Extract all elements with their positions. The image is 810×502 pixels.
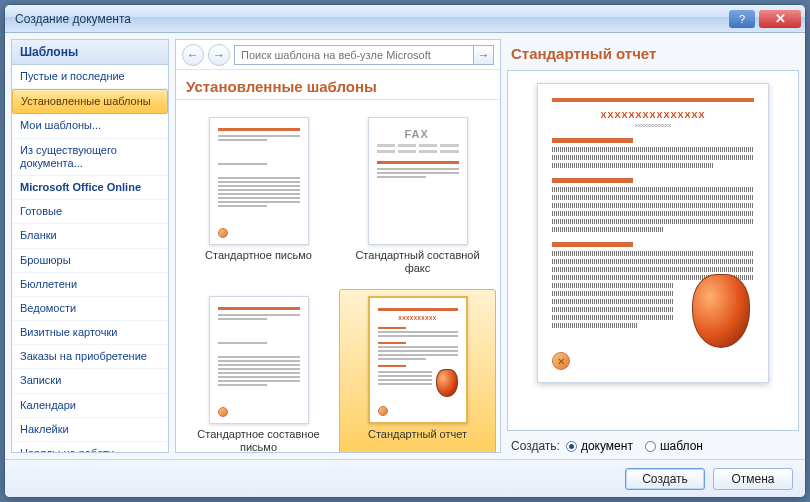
panel-title: Установленные шаблоны [176, 70, 500, 100]
radio-icon [566, 441, 577, 452]
preview-subheading: xxxxxxxxxxxx [552, 122, 754, 128]
flower-icon [692, 274, 750, 348]
window-title: Создание документа [15, 12, 729, 26]
radio-icon [645, 441, 656, 452]
close-button[interactable]: ✕ [759, 10, 801, 28]
template-item[interactable]: XXXXXXXXXXСтандартный отчет [339, 289, 496, 452]
help-button[interactable]: ? [729, 10, 755, 28]
dialog-footer: Создать Отмена [5, 459, 805, 497]
preview-title: Стандартный отчет [507, 39, 799, 70]
search-input[interactable] [234, 45, 474, 65]
nav-back-button[interactable]: ← [182, 44, 204, 66]
dialog-window: Создание документа ? ✕ Шаблоны Пустые и … [4, 4, 806, 498]
preview-heading: XXXXXXXXXXXXXXX [552, 110, 754, 120]
sidebar-item-list[interactable]: Пустые и последниеУстановленные шаблоныМ… [12, 65, 168, 452]
dialog-body: Шаблоны Пустые и последниеУстановленные … [5, 33, 805, 459]
preview-box: XXXXXXXXXXXXXXX xxxxxxxxxxxx ✕ [507, 70, 799, 431]
preview-document: XXXXXXXXXXXXXXX xxxxxxxxxxxx ✕ [537, 83, 769, 383]
sidebar-item[interactable]: Брошюры [12, 249, 168, 273]
radio-document[interactable]: документ [566, 439, 633, 453]
preview-pane: Стандартный отчет XXXXXXXXXXXXXXX xxxxxx… [507, 39, 799, 453]
sidebar-item[interactable]: Визитные карточки [12, 321, 168, 345]
template-item[interactable]: FAXСтандартный составной факс [339, 110, 496, 281]
create-options: Создать: документ шаблон [507, 431, 799, 453]
radio-label: документ [581, 439, 633, 453]
sidebar-item[interactable]: Календари [12, 394, 168, 418]
window-controls: ? ✕ [729, 10, 801, 28]
template-panel: ← → → Установленные шаблоны Стандартное … [175, 39, 501, 453]
sidebar-item[interactable]: Готовые [12, 200, 168, 224]
sidebar: Шаблоны Пустые и последниеУстановленные … [11, 39, 169, 453]
sidebar-item[interactable]: Мои шаблоны... [12, 114, 168, 138]
search-go-button[interactable]: → [474, 45, 494, 65]
radio-label: шаблон [660, 439, 703, 453]
template-label: Стандартное письмо [205, 249, 312, 262]
template-label: Стандартный составной факс [353, 249, 483, 274]
template-gallery[interactable]: Стандартное письмоFAXСтандартный составн… [176, 100, 500, 452]
template-item[interactable]: Стандартное составное письмо [180, 289, 337, 452]
create-button[interactable]: Создать [625, 468, 705, 490]
sidebar-item[interactable]: Бюллетени [12, 273, 168, 297]
sidebar-item[interactable]: Записки [12, 369, 168, 393]
sidebar-item[interactable]: Наряды на работу [12, 442, 168, 452]
sidebar-item[interactable]: Наклейки [12, 418, 168, 442]
sidebar-item[interactable]: Бланки [12, 224, 168, 248]
template-item[interactable]: Стандартное письмо [180, 110, 337, 281]
nav-forward-button[interactable]: → [208, 44, 230, 66]
sidebar-item[interactable]: Microsoft Office Online [12, 176, 168, 200]
titlebar[interactable]: Создание документа ? ✕ [5, 5, 805, 33]
sidebar-item[interactable]: Ведомости [12, 297, 168, 321]
cancel-button[interactable]: Отмена [713, 468, 793, 490]
template-label: Стандартное составное письмо [194, 428, 324, 452]
navbar: ← → → [176, 40, 500, 70]
sidebar-item[interactable]: Установленные шаблоны [12, 89, 168, 114]
template-label: Стандартный отчет [368, 428, 467, 441]
logo-dot-icon: ✕ [552, 352, 570, 370]
create-label: Создать: [511, 439, 560, 453]
sidebar-item[interactable]: Заказы на приобретение [12, 345, 168, 369]
sidebar-header: Шаблоны [12, 40, 168, 65]
sidebar-item[interactable]: Пустые и последние [12, 65, 168, 89]
search-wrap: → [234, 45, 494, 65]
radio-template[interactable]: шаблон [645, 439, 703, 453]
sidebar-item[interactable]: Из существующего документа... [12, 139, 168, 176]
